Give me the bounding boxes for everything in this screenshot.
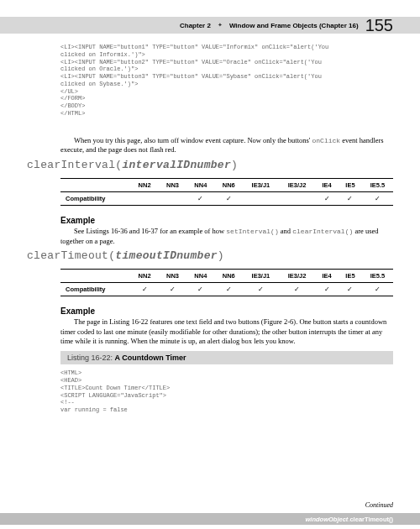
fn-arg: timeoutIDnumber (115, 249, 218, 262)
table-row: Compatibility ✓ ✓ ✓ ✓ ✓ ✓ ✓ ✓ ✓ (60, 283, 393, 296)
fn-arg: intervalIDnumber (122, 159, 231, 171)
col (60, 270, 130, 283)
col: IE5 (339, 270, 362, 283)
table-row: Compatibility ✓ ✓ ✓ ✓ ✓ (60, 191, 393, 205)
code-inline: setInterval() (226, 228, 278, 235)
col: IE3/J2 (279, 178, 315, 191)
example-heading-1: Example (60, 216, 393, 225)
page-number: 155 (365, 16, 393, 35)
text: When you try this page, also turn off wi… (74, 136, 312, 144)
col: NN6 (215, 178, 243, 191)
method-signature-cleartimeout: clearTimeout(timeoutIDnumber) (27, 249, 393, 262)
example-2-paragraph: The page in Listing 16-22 features one t… (60, 317, 393, 346)
cell: ✓ (315, 283, 339, 296)
example-1-paragraph: See Listings 16-36 and 16-37 for an exam… (60, 227, 393, 246)
cell: ✓ (279, 283, 315, 296)
page-footer: windowObject.clearTimeout() (0, 513, 420, 525)
listing-number: Listing 16-22: (67, 354, 113, 362)
fn-name: clearInterval( (27, 159, 122, 171)
text: and (279, 227, 293, 235)
table-header-row: NN2 NN3 NN4 NN6 IE3/J1 IE3/J2 IE4 IE5 IE… (60, 178, 393, 191)
col: IE3/J2 (279, 270, 315, 283)
cell: ✓ (186, 191, 214, 205)
code-block-top: <LI><INPUT NAME="button1" TYPE="button" … (60, 44, 393, 118)
page-header: Chapter 2 ✦ Window and Frame Objects (Ch… (0, 17, 420, 34)
code-inline: clearInterval() (292, 228, 353, 235)
text: See Listings 16-36 and 16-37 for an exam… (74, 227, 226, 235)
diamond-icon: ✦ (218, 22, 223, 29)
col: IE4 (315, 178, 339, 191)
example-heading-2: Example (60, 306, 393, 316)
col: IE3/J1 (243, 270, 279, 283)
cell: ✓ (362, 283, 393, 296)
compat-table-2: NN2 NN3 NN4 NN6 IE3/J1 IE3/J2 IE4 IE5 IE… (60, 269, 393, 296)
col: IE5 (339, 178, 362, 191)
footer-object: windowObject (306, 516, 349, 523)
fn-close: ) (231, 159, 238, 171)
fn-close: ) (218, 249, 224, 262)
cell: ✓ (130, 283, 158, 296)
col: IE5.5 (362, 178, 393, 191)
cell: ✓ (339, 191, 362, 205)
listing-bar: Listing 16-22: A Countdown Timer (60, 351, 393, 364)
fn-name: clearTimeout( (27, 249, 115, 262)
listing-title: A Countdown Timer (115, 354, 186, 362)
col: NN2 (130, 270, 158, 283)
cell: Compatibility (60, 283, 130, 296)
cell (279, 191, 315, 205)
cell: Compatibility (60, 191, 130, 205)
footer-method: clearTimeout() (349, 516, 393, 523)
col: NN4 (186, 178, 214, 191)
cell: ✓ (159, 283, 186, 296)
code-block-listing: <HTML> <HEAD> <TITLE>Count Down Timer</T… (60, 369, 393, 414)
page-content: <LI><INPUT NAME="button1" TYPE="button" … (60, 44, 393, 414)
cell: ✓ (215, 191, 243, 205)
col: NN3 (159, 178, 186, 191)
col: NN4 (186, 270, 214, 283)
col: NN6 (215, 270, 243, 283)
chapter-number: Chapter 2 (180, 22, 211, 29)
col: NN2 (130, 178, 158, 191)
code-inline: onClick (312, 137, 340, 144)
intro-paragraph: When you try this page, also turn off wi… (60, 136, 393, 155)
col: IE5.5 (362, 270, 393, 283)
cell (243, 191, 279, 205)
cell (159, 191, 186, 205)
cell: ✓ (339, 283, 362, 296)
compat-table-1: NN2 NN3 NN4 NN6 IE3/J1 IE3/J2 IE4 IE5 IE… (60, 178, 393, 206)
cell: ✓ (315, 191, 339, 205)
cell: ✓ (186, 283, 214, 296)
col (60, 178, 130, 191)
col: IE4 (315, 270, 339, 283)
continued-label: Continued (365, 501, 393, 509)
chapter-title: Window and Frame Objects (Chapter 16) (229, 22, 359, 29)
cell: ✓ (362, 191, 393, 205)
cell: ✓ (243, 283, 279, 296)
col: NN3 (159, 270, 186, 283)
table-header-row: NN2 NN3 NN4 NN6 IE3/J1 IE3/J2 IE4 IE5 IE… (60, 270, 393, 283)
col: IE3/J1 (243, 178, 279, 191)
cell (130, 191, 158, 205)
cell: ✓ (215, 283, 243, 296)
method-signature-clearinterval: clearInterval(intervalIDnumber) (27, 159, 393, 171)
